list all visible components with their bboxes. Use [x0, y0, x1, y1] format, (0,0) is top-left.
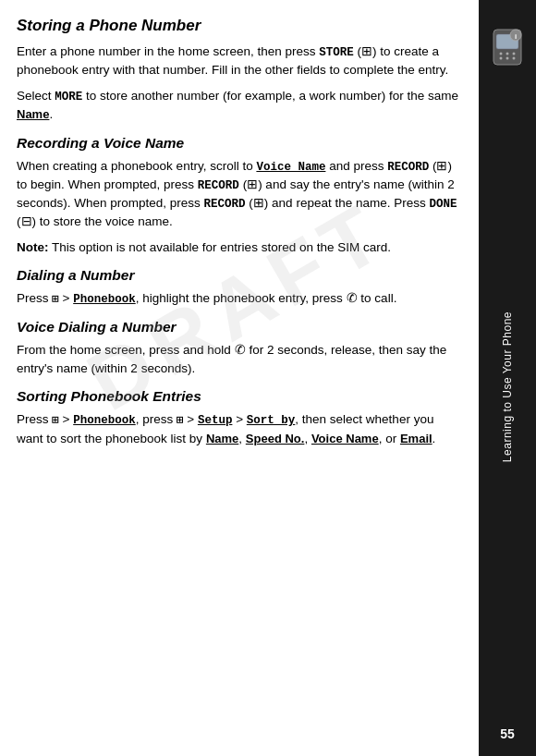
ref-voice-name-2: Voice Name: [311, 432, 379, 445]
svg-point-7: [513, 57, 516, 60]
ref-phonebook-2: Phonebook: [73, 414, 136, 427]
ref-voice-name: Voice Name: [256, 161, 325, 174]
section-heading-dialing: Dialing a Number: [17, 267, 460, 284]
ref-email: Email: [400, 432, 432, 445]
svg-point-6: [506, 57, 509, 60]
svg-point-5: [500, 57, 503, 60]
key-record-symbol-2: ⊞: [247, 177, 258, 191]
ref-setup: Setup: [198, 414, 233, 427]
key-record-symbol-1: ⊞: [436, 159, 447, 173]
main-content: Storing a Phone Number Enter a phone num…: [0, 0, 479, 756]
section-heading-voice-dialing: Voice Dialing a Number: [17, 319, 460, 335]
key-record-symbol-3: ⊞: [253, 196, 264, 210]
ref-name-1: Name: [17, 107, 49, 121]
voice-dialing-para-1: From the home screen, press and hold ✆ f…: [17, 341, 460, 377]
svg-point-4: [513, 53, 516, 55]
key-call-symbol: ✆: [347, 291, 358, 305]
key-menu-1: ⊞: [52, 293, 59, 306]
phone-info-icon: i: [488, 28, 527, 67]
key-hold-symbol: ✆: [235, 343, 246, 357]
key-record-3: RECORD: [204, 198, 246, 211]
key-menu-2: ⊞: [52, 414, 59, 427]
key-record-2: RECORD: [198, 179, 239, 192]
dialing-para-1: Press ⊞ > Phonebook, highlight the phone…: [17, 289, 460, 308]
storing-para-1: Enter a phone number in the home screen,…: [17, 43, 460, 79]
section-heading-sorting: Sorting Phonebook Entries: [17, 388, 460, 405]
sidebar-label: Learning to Use Your Phone: [501, 311, 514, 483]
sorting-para-1: Press ⊞ > Phonebook, press ⊞ > Setup > S…: [17, 410, 460, 447]
sidebar-icon-area: i: [488, 28, 527, 69]
key-more: MORE: [55, 91, 82, 104]
page-number: 55: [500, 726, 515, 741]
key-menu-3: ⊞: [177, 414, 184, 427]
key-store: STORE: [319, 46, 354, 59]
recording-para-1: When creating a phonebook entry, scroll …: [17, 157, 460, 231]
svg-text:i: i: [515, 32, 517, 41]
storing-para-2: Select MORE to store another number (for…: [17, 87, 460, 124]
ref-name-2: Name: [206, 432, 238, 445]
sidebar: i Learning to Use Your Phone 55: [479, 0, 536, 756]
section-heading-storing: Storing a Phone Number: [17, 17, 460, 35]
svg-point-2: [500, 53, 503, 55]
svg-point-3: [506, 53, 509, 55]
ref-sort-by: Sort by: [247, 414, 296, 427]
key-record-1: RECORD: [387, 161, 429, 174]
key-store-symbol: ⊞: [361, 44, 372, 58]
key-done-symbol: ⊟: [21, 214, 32, 228]
ref-phonebook-1: Phonebook: [73, 293, 136, 306]
key-done: DONE: [429, 198, 457, 211]
section-heading-recording: Recording a Voice Name: [17, 135, 460, 152]
recording-note: Note: This option is not available for e…: [17, 238, 460, 257]
note-label: Note:: [17, 240, 49, 254]
ref-speed-no: Speed No.: [246, 432, 305, 445]
